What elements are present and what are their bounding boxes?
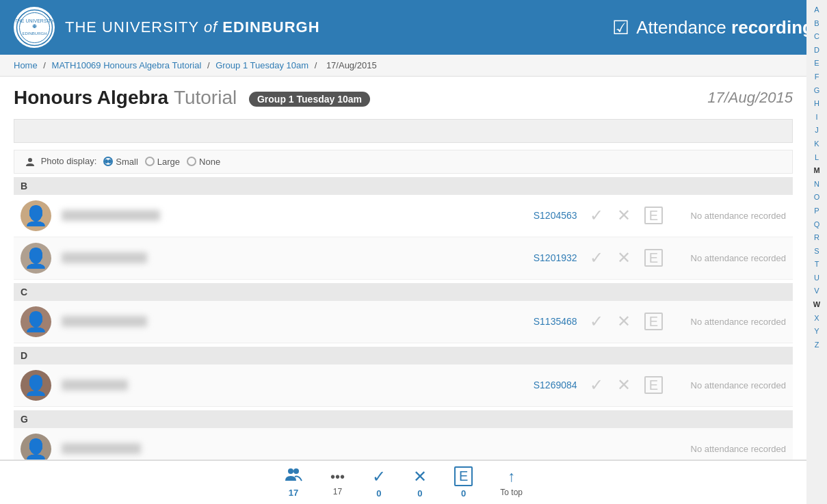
table-row: XXXXXXXX XXXXX S1135468 ✓ ✕ E No attenda… [14,301,793,343]
alpha-P[interactable]: P [814,204,819,218]
attendance-icons: ✓ ✕ E [590,248,663,267]
section-b-header: B [14,177,793,195]
present-icon[interactable]: ✓ [590,248,603,267]
footer-excused[interactable]: E 0 [454,466,473,499]
present-icon[interactable]: ✓ [590,375,603,395]
svg-point-6 [288,468,293,474]
toolbar-area [14,119,793,143]
svg-point-7 [293,468,299,474]
alpha-M[interactable]: M [813,164,819,178]
student-info: XXXXXXX XXXXXXXX [51,210,521,221]
status-badge: No attendance recorded [677,444,786,454]
alpha-H[interactable]: H [814,97,819,111]
alpha-G[interactable]: G [814,84,820,98]
table-row: XXXXXXXX XXXXX S1201932 ✓ ✕ E No attenda… [14,237,793,280]
absent-icon[interactable]: ✕ [617,312,631,331]
footer-bar: 17 ••• 17 ✓ 0 ✕ 0 E 0 ↑ To top [0,460,806,504]
footer-present[interactable]: ✓ 0 [372,467,386,499]
svg-text:⊕: ⊕ [32,23,37,29]
alpha-Z[interactable]: Z [815,339,819,352]
excused-icon[interactable]: E [644,376,663,394]
breadcrumb-course[interactable]: MATH10069 Honours Algebra Tutorial [52,60,202,70]
footer-students-count[interactable]: ••• 17 [330,469,345,496]
alpha-A[interactable]: A [814,3,819,17]
students-label: 17 [333,487,342,496]
student-id: S1269084 [521,380,590,390]
alpha-L[interactable]: L [815,151,819,165]
to-top-arrow-icon: ↑ [508,468,515,486]
absent-icon[interactable]: ✕ [617,375,631,395]
student-id: S1204563 [521,210,590,221]
excused-icon[interactable]: E [644,207,663,224]
radio-large[interactable]: Large [145,157,180,167]
alpha-N[interactable]: N [814,178,819,191]
alpha-D[interactable]: D [814,44,819,57]
breadcrumb-home[interactable]: Home [14,60,38,70]
student-id: S1135468 [521,316,590,327]
excused-icon[interactable]: E [644,313,663,330]
group-badge: Group 1 Tuesday 10am [249,92,370,107]
present-icon[interactable]: ✓ [590,312,603,331]
student-info: XXXXXXX XXX [51,380,521,390]
page-title-area: Honours Algebra Tutorial Group 1 Tuesday… [14,87,370,109]
alpha-O[interactable]: O [814,191,820,204]
alpha-U[interactable]: U [814,271,819,285]
alpha-K[interactable]: K [814,137,819,151]
alpha-E[interactable]: E [814,57,819,70]
footer-total[interactable]: 17 [284,467,303,498]
breadcrumb-group[interactable]: Group 1 Tuesday 10am [215,60,309,70]
svg-text:EDINBURGH: EDINBURGH [22,31,47,36]
attendance-icons: ✓ ✕ E [590,312,663,331]
excused-icon[interactable]: E [644,249,663,267]
status-badge: No attendance recorded [677,253,786,263]
total-count: 17 [289,488,298,498]
present-icon[interactable]: ✓ [590,206,603,225]
alpha-R[interactable]: R [814,231,819,245]
alpha-Q[interactable]: Q [814,218,820,232]
absent-count: 0 [417,488,422,499]
excused-count: 0 [461,488,466,499]
radio-none[interactable]: None [187,157,220,167]
alpha-C[interactable]: C [814,30,819,44]
alpha-J[interactable]: J [815,124,819,137]
page-date: 17/Aug/2015 [707,89,793,107]
svg-text:THE UNIVERSITY: THE UNIVERSITY [16,18,53,23]
status-badge: No attendance recorded [677,380,786,390]
section-c-header: C [14,283,793,301]
alphabet-nav[interactable]: A B C D E F G H I J K L M N O P Q R S T … [806,0,827,504]
x-count-icon: ✕ [413,467,427,486]
alpha-F[interactable]: F [815,70,819,84]
student-info: XXXXXXX XXXXX [51,443,594,454]
university-title: THE UNIVERSITY of EDINBURGH [65,18,320,36]
alpha-Y[interactable]: Y [814,325,819,339]
student-id: S1201932 [521,252,590,263]
alpha-X[interactable]: X [814,312,819,326]
university-logo: THE UNIVERSITY ⊕ EDINBURGH [14,7,55,48]
student-name: XXXXXXX XXXXXXXX [62,210,160,221]
to-top-label: To top [500,488,523,497]
svg-point-5 [28,158,32,162]
attendance-icons: ✓ ✕ E [590,375,663,395]
table-row: XXXXXXX XXX S1269084 ✓ ✕ E No attendance… [14,364,793,407]
page-header: Honours Algebra Tutorial Group 1 Tuesday… [14,87,793,109]
students-dots-icon: ••• [330,469,345,485]
footer-absent[interactable]: ✕ 0 [413,467,427,499]
radio-small[interactable]: Small [103,157,138,167]
people-icon [284,467,303,486]
alpha-W[interactable]: W [813,298,820,312]
alpha-B[interactable]: B [814,17,819,31]
absent-icon[interactable]: ✕ [617,248,631,267]
student-name: XXXXXXXX XXXXX [62,252,147,263]
student-info: XXXXXXXX XXXXX [51,316,521,327]
alpha-I[interactable]: I [815,111,817,124]
breadcrumb-date: 17/Aug/2015 [326,60,377,70]
student-name: XXXXXXXX XXXXX [62,316,147,327]
app-title: ☑ Attendance recording [612,16,813,39]
avatar [21,243,51,274]
absent-icon[interactable]: ✕ [617,206,631,225]
alpha-V[interactable]: V [814,284,819,298]
section-d-header: D [14,347,793,364]
alpha-S[interactable]: S [814,245,819,258]
alpha-T[interactable]: T [815,258,819,271]
footer-to-top[interactable]: ↑ To top [500,468,523,497]
